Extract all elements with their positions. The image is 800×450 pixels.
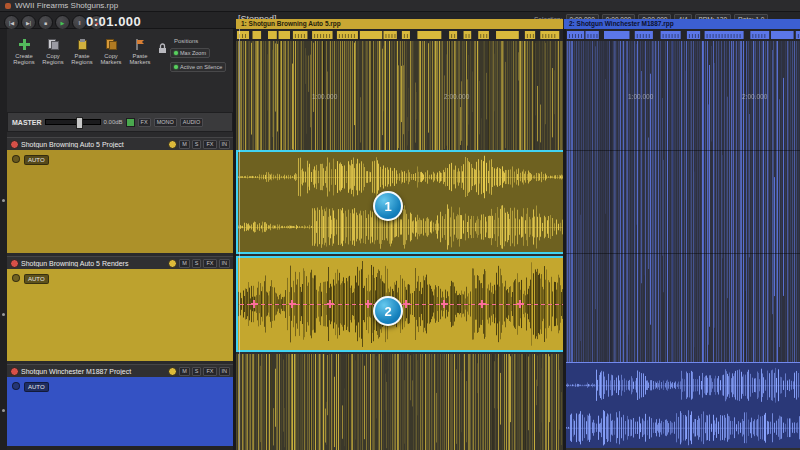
solo-button[interactable]: S — [192, 259, 202, 268]
app-icon — [5, 3, 11, 9]
ruler-label: 2:00.000 — [742, 93, 767, 100]
track-grip-dot[interactable] — [2, 409, 5, 412]
fx-button[interactable]: FX — [203, 140, 216, 149]
io-button[interactable]: IN — [219, 367, 231, 376]
toolbar-button-paste-regions[interactable]: Paste Regions — [68, 38, 96, 65]
track-name[interactable]: Shotgun Browning Auto 5 Renders — [21, 260, 166, 267]
track-panel-body-1[interactable]: AUTO — [7, 150, 233, 253]
toolbar-button-create-regions[interactable]: Create Regions — [10, 38, 38, 65]
automation-button[interactable]: AUTO — [24, 155, 49, 165]
waveform-band-left-top[interactable] — [236, 41, 563, 150]
master-audio-button[interactable]: AUDIO — [180, 118, 203, 127]
slider-thumb[interactable] — [76, 117, 83, 129]
toolbar-button-label: Copy Markers — [97, 53, 125, 65]
toolbar-button-label: Copy Regions — [39, 53, 67, 65]
toolbar-button-paste-markers[interactable]: Paste Markers — [126, 38, 154, 65]
callout-1: 1 — [373, 191, 403, 221]
toggle-label: Active on Silence — [180, 64, 222, 70]
toolbar-button-label: Paste Markers — [126, 53, 154, 65]
master-label: MASTER — [12, 119, 42, 126]
mute-button[interactable]: M — [179, 259, 190, 268]
callout-2-number: 2 — [384, 304, 391, 319]
track-panel-body-2[interactable]: AUTO — [7, 269, 233, 361]
automation-button[interactable]: AUTO — [24, 274, 49, 284]
lock-button[interactable] — [156, 42, 169, 55]
route-icon[interactable] — [12, 155, 20, 163]
route-icon[interactable] — [12, 382, 20, 390]
fx-button[interactable]: FX — [203, 367, 216, 376]
solo-button[interactable]: S — [192, 367, 202, 376]
lane-separator — [566, 150, 800, 151]
edit-cursor[interactable] — [239, 29, 240, 450]
mute-button[interactable]: M — [179, 367, 190, 376]
track-header-2[interactable]: Shotgun Browning Auto 5 Renders M S FX I… — [7, 256, 233, 269]
master-volume-slider[interactable] — [45, 119, 101, 125]
record-arm-icon[interactable] — [10, 259, 19, 268]
project-tab-browning[interactable]: 1: Shotgun Browning Auto 5.rpp — [236, 19, 563, 29]
master-fx-button[interactable]: FX — [138, 118, 151, 127]
window-title: WWII Firearms Shotguns.rpp — [15, 1, 118, 10]
record-arm-icon[interactable] — [10, 367, 19, 376]
region-lane-left[interactable] — [236, 30, 563, 40]
copy-icon — [47, 38, 60, 51]
toolbar-button-copy-regions[interactable]: Copy Regions — [39, 38, 67, 65]
region-lane-right[interactable] — [566, 30, 800, 40]
max-zoom-toggle[interactable]: Max Zoom — [170, 48, 210, 58]
input-icon[interactable] — [168, 140, 177, 149]
copy-icon — [105, 38, 118, 51]
track-name[interactable]: Shotgun Browning Auto 5 Project — [21, 141, 166, 148]
callout-1-number: 1 — [384, 199, 391, 214]
toggle-label: Max Zoom — [180, 50, 206, 56]
panel-splitter[interactable] — [233, 29, 236, 450]
toolbar-button-copy-markers[interactable]: Copy Markers — [97, 38, 125, 65]
mute-button[interactable]: M — [179, 140, 190, 149]
plus-icon — [18, 38, 31, 51]
go-to-start-button[interactable]: |◀ — [4, 15, 19, 30]
lane-separator — [566, 253, 800, 254]
master-strip[interactable]: MASTER 0.00dB FX MONO AUDIO — [7, 112, 233, 132]
route-icon[interactable] — [12, 274, 20, 282]
project-tab-winchester[interactable]: 2: Shotgun Winchester M1887.rpp — [564, 19, 800, 29]
active-on-silence-toggle[interactable]: Active on Silence — [170, 62, 226, 72]
led-icon — [174, 65, 178, 69]
master-mono-button[interactable]: MONO — [154, 118, 177, 127]
reaper-window: WWII Firearms Shotguns.rpp |◀ ▶| ■ ▶ ‖ ●… — [0, 0, 800, 450]
track-header-1[interactable]: Shotgun Browning Auto 5 Project M S FX I… — [7, 137, 233, 150]
play-button[interactable]: ▶ — [55, 15, 70, 30]
go-to-end-button[interactable]: ▶| — [21, 15, 36, 30]
project-zone-divider[interactable] — [563, 29, 566, 450]
automation-button[interactable]: AUTO — [24, 382, 49, 392]
led-icon — [174, 51, 178, 55]
io-button[interactable]: IN — [219, 140, 231, 149]
io-button[interactable]: IN — [219, 259, 231, 268]
ruler-label: 2:00.000 — [444, 93, 469, 100]
input-icon[interactable] — [168, 367, 177, 376]
record-arm-icon[interactable] — [10, 140, 19, 149]
toolbar-button-label: Create Regions — [10, 53, 38, 65]
positions-label: Positions — [174, 38, 198, 44]
track-grip-dot[interactable] — [2, 199, 5, 202]
waveform-band-left-bottom[interactable] — [236, 354, 563, 450]
track-panel-gutter — [0, 29, 7, 450]
env-icon[interactable] — [126, 118, 135, 127]
fx-button[interactable]: FX — [203, 259, 216, 268]
stop-button[interactable]: ■ — [38, 15, 53, 30]
track-panel-body-3[interactable]: AUTO — [7, 377, 233, 446]
ruler-label: 1:00.000 — [628, 93, 653, 100]
waveform-band-right[interactable] — [566, 41, 800, 362]
input-icon[interactable] — [168, 259, 177, 268]
flag-icon — [134, 38, 147, 51]
titlebar: WWII Firearms Shotguns.rpp — [0, 0, 800, 12]
track-header-3[interactable]: Shotgun Winchester M1887 Project M S FX … — [7, 364, 233, 377]
track-panel-footer — [7, 446, 233, 450]
pause-button[interactable]: ‖ — [72, 15, 87, 30]
audio-item-winchester[interactable] — [566, 362, 800, 448]
track-grip-dot[interactable] — [2, 313, 5, 316]
waveform-item-winchester — [566, 364, 800, 448]
track-name[interactable]: Shotgun Winchester M1887 Project — [21, 368, 166, 375]
clipboard-icon — [76, 38, 89, 51]
lock-icon — [156, 42, 169, 55]
transport-time-display[interactable]: 0:01.000 — [86, 14, 141, 29]
solo-button[interactable]: S — [192, 140, 202, 149]
master-volume-value: 0.00dB — [104, 119, 123, 125]
